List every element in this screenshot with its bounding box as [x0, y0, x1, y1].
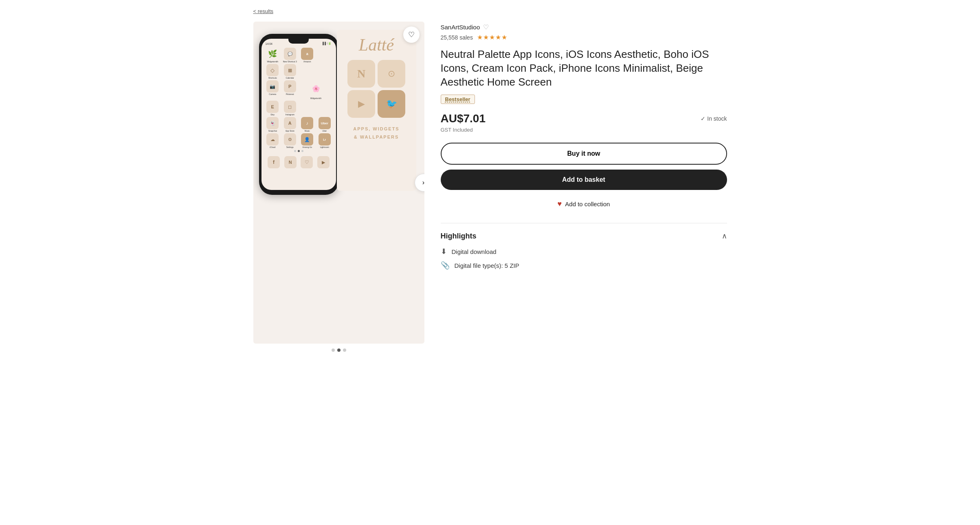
app-icon-uber: Uber [319, 117, 331, 129]
seller-row: SanArtStudioo ♡ [441, 23, 727, 31]
dock-facebook: f [268, 156, 280, 168]
highlight-text: Digital file type(s): 5 ZIP [455, 262, 519, 269]
list-item: a Amazon [299, 48, 316, 63]
highlights-title: Highlights [441, 232, 477, 240]
list-item: Uber Uber [316, 117, 333, 132]
price-row: AU$7.01 ✓ In stock [441, 112, 727, 125]
dock-netflix: N [284, 156, 297, 168]
product-info-panel: SanArtStudioo ♡ 25,558 sales ★★★★★ Neutr… [441, 22, 727, 275]
phone-time: 14:04 [266, 42, 273, 45]
app-icon-shortcuts: ◇ [266, 64, 279, 76]
list-item: ⚙ Settings [282, 133, 298, 148]
chevron-right-icon: › [422, 179, 424, 186]
product-image-container: ♡ 14:04 ▐▐ ⁞ 🔋 [253, 22, 424, 344]
latte-camera-icon: ⊙ [378, 60, 405, 88]
list-item: ♡ [301, 156, 313, 168]
phone-screen: 14:04 ▐▐ ⁞ 🔋 🌿 Widgetsmith [261, 39, 336, 190]
main-content: ♡ 14:04 ▐▐ ⁞ 🔋 [253, 22, 727, 352]
latte-title: Latté [359, 36, 394, 53]
signal-icons: ▐▐ ⁞ 🔋 [322, 42, 332, 45]
app-icon-instagram: ◻ [284, 101, 296, 113]
app-icon-shortcut: 💬 [284, 48, 296, 60]
app-icon-lightroom: Lr [319, 133, 331, 146]
list-item: ▶ [317, 156, 330, 168]
app-icon-amazon: a [301, 48, 313, 60]
back-link[interactable]: < results [253, 8, 727, 14]
app-icon-settings: ⚙ [284, 133, 296, 146]
highlight-text: Digital download [452, 248, 497, 255]
list-item: ▦ Calendar [282, 64, 298, 79]
chevron-up-icon[interactable]: ∧ [722, 232, 727, 240]
paperclip-icon: 📎 [441, 261, 450, 270]
collection-label: Add to collection [565, 201, 610, 207]
app-label: Widgetsmith [267, 60, 278, 63]
pagination-dot[interactable] [343, 349, 346, 352]
app-icon-appstore: A [284, 117, 296, 129]
list-item: 📎 Digital file type(s): 5 ZIP [441, 261, 727, 270]
app-icon-icloud: ☁ [266, 133, 279, 146]
list-item: f [268, 156, 280, 168]
sales-row: 25,558 sales ★★★★★ [441, 33, 727, 41]
app-label: New Shortcut 3 [283, 60, 297, 63]
app-label: Settings [286, 146, 294, 148]
latte-netflix-icon: N [347, 60, 375, 88]
app-icon-pinterest: P [284, 80, 296, 93]
app-label: Shortcuts [268, 77, 277, 79]
list-item: ☁ iCloud [265, 133, 281, 148]
app-icon-calendar: ▦ [284, 64, 296, 76]
image-section: ♡ 14:04 ▐▐ ⁞ 🔋 [253, 22, 424, 352]
add-to-collection-button[interactable]: ♥ Add to collection [441, 196, 727, 212]
buy-now-button[interactable]: Buy it now [441, 143, 727, 165]
in-stock-label: In stock [707, 115, 727, 122]
app-label: Music [305, 130, 310, 132]
latte-subtitle: APPS, WIDGETS& WALLPAPERS [353, 125, 399, 141]
product-price: AU$7.01 [441, 112, 486, 125]
list-item: E Etsy [265, 101, 281, 116]
dot [294, 150, 296, 152]
list-item: ◇ Shortcuts [265, 64, 281, 79]
in-stock-indicator: ✓ In stock [701, 115, 727, 122]
favorite-button[interactable]: ♡ [403, 26, 420, 43]
app-label: iCloud [270, 146, 275, 148]
app-grid: 🌿 Widgetsmith 💬 New Shortcut 3 a Amazon [264, 48, 334, 148]
app-icon-etsy: E [266, 101, 279, 113]
bestseller-badge: Bestseller [441, 95, 475, 104]
download-icon: ⬇ [441, 247, 447, 256]
list-item [299, 64, 333, 79]
app-label: Snapchat [268, 130, 277, 132]
list-item: 👻 Snapchat [265, 117, 281, 132]
app-label: App Store [286, 130, 294, 132]
sales-count: 25,558 sales [441, 34, 473, 41]
app-label: Calendar [286, 77, 294, 79]
list-item: 📷 Camera [265, 80, 281, 99]
app-icon-camera: 📷 [266, 80, 279, 93]
app-label: Camera [269, 93, 276, 95]
list-item: ⬇ Digital download [441, 247, 727, 256]
heart-red-icon: ♥ [558, 200, 562, 208]
pagination-dot-active[interactable] [337, 349, 341, 352]
app-label: Uber [322, 130, 327, 132]
dock-youtube: ▶ [317, 156, 330, 168]
app-label: Lightroom [320, 146, 329, 148]
list-item [316, 48, 333, 63]
app-icon-leaf: 🌿 [266, 48, 279, 60]
app-icon-music: ♪ [301, 117, 313, 129]
latte-youtube-icon: ▶ [347, 90, 375, 118]
app-label: Etsy [270, 113, 275, 116]
latte-design: Latté N ⊙ ▶ 🐦 APPS, WIDGETS& WALLPAPERS [337, 30, 416, 191]
gst-note: GST Included [441, 127, 727, 133]
list-item: 🌸 Widgetsmith [299, 80, 333, 99]
highlights-header: Highlights ∧ [441, 223, 727, 240]
seller-heart-icon[interactable]: ♡ [483, 23, 489, 31]
phone-outer: 14:04 ▐▐ ⁞ 🔋 🌿 Widgetsmith [259, 34, 338, 195]
list-item: Lr Lightroom [316, 133, 333, 148]
add-to-basket-button[interactable]: Add to basket [441, 170, 727, 190]
checkmark-icon: ✓ [701, 115, 705, 122]
list-item: P Pinterest [282, 80, 298, 99]
seller-name[interactable]: SanArtStudioo [441, 24, 480, 31]
app-label: Instagram [286, 113, 294, 116]
list-item: A App Store [282, 117, 298, 132]
dock-row: f N ♡ ▶ [264, 154, 334, 168]
pagination-dot[interactable] [332, 349, 335, 352]
app-icon-snapchat: 👻 [266, 117, 279, 129]
